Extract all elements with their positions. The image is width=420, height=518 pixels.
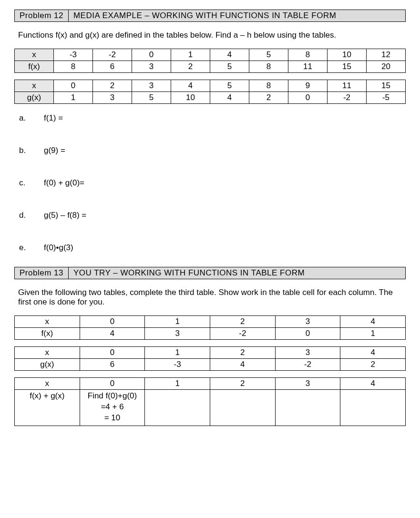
problem-13-title: YOU TRY – WORKING WITH FUNCTIONS IN TABL… bbox=[69, 267, 405, 279]
question-a: a. f(1) = bbox=[19, 113, 406, 123]
problem-12-title: MEDIA EXAMPLE – WORKING WITH FUNCTIONS I… bbox=[69, 10, 405, 21]
problem-12-header: Problem 12 MEDIA EXAMPLE – WORKING WITH … bbox=[14, 10, 406, 22]
sum-label: f(x) + g(x) bbox=[15, 390, 80, 426]
table-gx: x 0 2 3 4 5 8 9 11 15 g(x) 1 3 5 10 4 2 … bbox=[14, 80, 406, 104]
table-row: x -3 -2 0 1 4 5 8 10 12 bbox=[15, 49, 406, 61]
table-row: f(x) 4 3 -2 0 1 bbox=[15, 328, 406, 340]
question-e: e. f(0)•g(3) bbox=[19, 243, 406, 253]
table-row: x 0 2 3 4 5 8 9 11 15 bbox=[15, 80, 406, 92]
table-row: f(x) 8 6 3 2 5 8 11 15 20 bbox=[15, 61, 406, 73]
sum-work-3[interactable] bbox=[275, 390, 340, 426]
sum-work-2[interactable] bbox=[210, 390, 275, 426]
question-b: b. g(9) = bbox=[19, 146, 406, 155]
table-row: x 0 1 2 3 4 bbox=[15, 316, 406, 328]
table-row: x 0 1 2 3 4 bbox=[15, 347, 406, 359]
table-p13-sum: x 0 1 2 3 4 f(x) + g(x) Find f(0)+g(0) =… bbox=[14, 377, 406, 426]
problem-13-number: Problem 13 bbox=[15, 267, 69, 279]
sum-work-4[interactable] bbox=[340, 390, 406, 426]
table-row: g(x) 6 -3 4 -2 2 bbox=[15, 359, 406, 371]
question-d: d. g(5) – f(8) = bbox=[19, 211, 406, 220]
problem-13-header: Problem 13 YOU TRY – WORKING WITH FUNCTI… bbox=[14, 267, 406, 279]
table-p13-gx: x 0 1 2 3 4 g(x) 6 -3 4 -2 2 bbox=[14, 346, 406, 371]
problem-12-intro: Functions f(x) and g(x) are defined in t… bbox=[18, 30, 406, 40]
problem-12-questions: a. f(1) = b. g(9) = c. f(0) + g(0)= d. g… bbox=[19, 113, 406, 253]
sum-work-1[interactable] bbox=[145, 390, 210, 426]
table-row: f(x) + g(x) Find f(0)+g(0) =4 + 6 = 10 bbox=[15, 390, 406, 426]
table-fx: x -3 -2 0 1 4 5 8 10 12 f(x) 8 6 3 2 5 8… bbox=[14, 49, 406, 73]
table-row: g(x) 1 3 5 10 4 2 0 -2 -5 bbox=[15, 92, 406, 104]
problem-12-number: Problem 12 bbox=[15, 10, 69, 21]
sum-work-0: Find f(0)+g(0) =4 + 6 = 10 bbox=[80, 390, 145, 426]
problem-13-intro: Given the following two tables, complete… bbox=[18, 288, 406, 307]
question-c: c. f(0) + g(0)= bbox=[19, 178, 406, 188]
table-p13-fx: x 0 1 2 3 4 f(x) 4 3 -2 0 1 bbox=[14, 315, 406, 340]
table-row: x 0 1 2 3 4 bbox=[15, 378, 406, 390]
